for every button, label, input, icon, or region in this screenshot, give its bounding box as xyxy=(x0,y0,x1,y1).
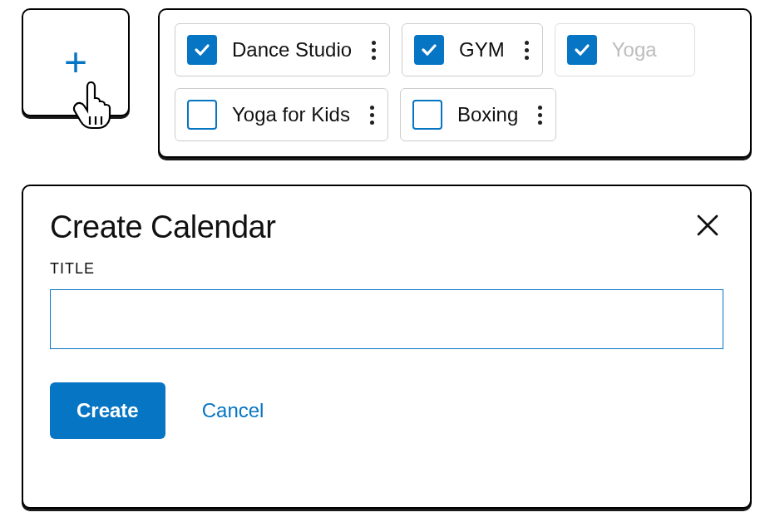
checkbox-unchecked-icon[interactable] xyxy=(187,100,217,130)
calendar-chip-yoga-for-kids[interactable]: Yoga for Kids xyxy=(175,88,388,141)
calendar-chip-boxing[interactable]: Boxing xyxy=(400,88,556,141)
checkbox-unchecked-icon[interactable] xyxy=(412,100,442,130)
kebab-icon[interactable] xyxy=(367,41,378,60)
checkbox-checked-icon[interactable] xyxy=(187,35,217,65)
calendar-chip-label: Yoga for Kids xyxy=(232,103,350,126)
title-field-label: TITLE xyxy=(50,260,723,278)
calendar-chip-label: Yoga xyxy=(612,38,657,62)
checkbox-checked-icon[interactable] xyxy=(567,35,597,65)
create-button[interactable]: Create xyxy=(50,382,165,439)
modal-title: Create Calendar xyxy=(50,209,275,245)
kebab-icon[interactable] xyxy=(520,41,531,60)
calendar-chip-yoga[interactable]: Yoga xyxy=(555,23,695,76)
create-calendar-dialog: Create Calendar TITLE Create Cancel xyxy=(22,185,752,509)
close-icon[interactable] xyxy=(692,209,723,245)
kebab-icon[interactable] xyxy=(365,106,376,125)
add-calendar-button[interactable]: + xyxy=(22,8,130,116)
calendar-chip-label: Dance Studio xyxy=(232,38,352,62)
calendar-chip-dance-studio[interactable]: Dance Studio xyxy=(175,23,390,76)
plus-icon: + xyxy=(64,42,87,82)
checkbox-checked-icon[interactable] xyxy=(414,35,444,65)
calendar-filter-panel: Dance Studio GYM Yoga Yoga for Kids Boxi… xyxy=(158,8,752,158)
calendar-chip-label: Boxing xyxy=(457,103,518,126)
calendar-title-input[interactable] xyxy=(50,289,723,349)
calendar-chip-gym[interactable]: GYM xyxy=(402,23,543,76)
calendar-chip-label: GYM xyxy=(459,38,505,62)
cancel-button[interactable]: Cancel xyxy=(202,399,264,422)
kebab-icon[interactable] xyxy=(533,106,544,125)
modal-header: Create Calendar xyxy=(50,209,723,245)
modal-actions: Create Cancel xyxy=(50,382,723,439)
